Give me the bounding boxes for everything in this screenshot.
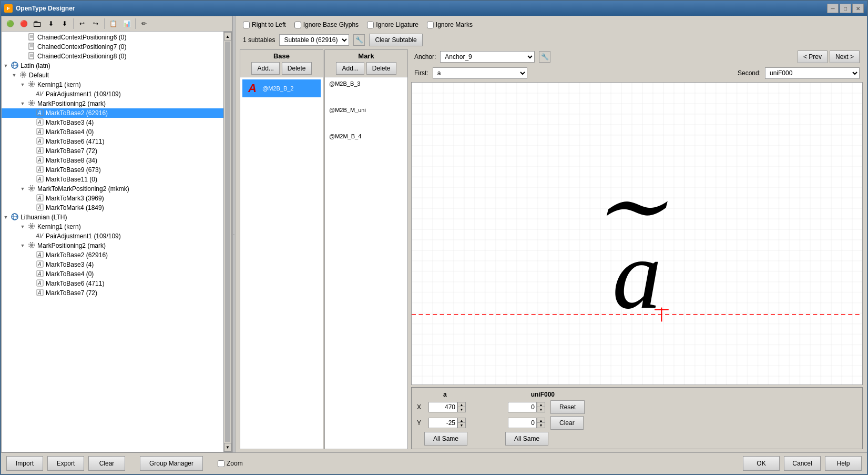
ignore-base-glyphs-input[interactable] bbox=[294, 22, 301, 28]
base-glyph-item[interactable]: A @M2B_B_2 bbox=[242, 79, 321, 97]
mark-x-spinbox[interactable]: ▲ ▼ bbox=[508, 402, 545, 412]
scroll-up-btn[interactable]: ▲ bbox=[224, 32, 231, 41]
toolbar-btn-4[interactable]: ⬇ bbox=[45, 17, 57, 30]
first-select[interactable]: a bbox=[433, 67, 527, 79]
mark-x-down[interactable]: ▼ bbox=[537, 407, 545, 412]
mark-x-up[interactable]: ▲ bbox=[537, 402, 545, 407]
tree-item[interactable]: AMarkToBase11 (0) bbox=[2, 175, 223, 184]
tree-item[interactable]: AVPairAdjustment1 (109/109) bbox=[2, 231, 223, 241]
subtable-select[interactable]: Subtable 0 (62916) bbox=[279, 34, 349, 46]
base-y-arrows[interactable]: ▲ ▼ bbox=[457, 418, 466, 428]
anchor-select[interactable]: Anchor_9 bbox=[440, 51, 535, 63]
tree-item[interactable]: AMarkToBase7 (72) bbox=[2, 288, 223, 298]
tree-item[interactable]: AMarkToBase9 (673) bbox=[2, 165, 223, 175]
tree-item[interactable]: AMarkToBase7 (72) bbox=[2, 146, 223, 156]
prev-btn[interactable]: < Prev bbox=[798, 50, 828, 63]
right-to-left-checkbox[interactable]: Right to Left bbox=[243, 21, 286, 28]
tree-item[interactable]: ChainedContextPositioning8 (0) bbox=[2, 52, 223, 61]
tree-item[interactable]: ▼Kerning1 (kern) bbox=[2, 222, 223, 231]
tree-item[interactable]: AMarkToBase6 (4711) bbox=[2, 137, 223, 146]
mark-delete-btn[interactable]: Delete bbox=[366, 62, 396, 75]
mark-x-input[interactable] bbox=[508, 402, 537, 412]
subtable-icon-btn[interactable]: 🔧 bbox=[353, 34, 365, 46]
tree-item[interactable]: AMarkToBase3 (4) bbox=[2, 260, 223, 269]
tree-expand-btn[interactable]: ▼ bbox=[18, 101, 27, 106]
second-select[interactable]: uniF000 bbox=[765, 67, 860, 79]
mark-y-arrows[interactable]: ▲ ▼ bbox=[537, 418, 545, 428]
base-y-up[interactable]: ▲ bbox=[457, 418, 466, 423]
mark-y-up[interactable]: ▲ bbox=[537, 418, 545, 423]
tree-expand-btn[interactable]: ▼ bbox=[18, 224, 27, 229]
toolbar-btn-3[interactable]: 🗀 bbox=[31, 17, 44, 30]
tree-expand-btn[interactable]: ▼ bbox=[18, 82, 27, 87]
mark-x-arrows[interactable]: ▲ ▼ bbox=[537, 402, 545, 412]
anchor-icon-btn[interactable]: 🔧 bbox=[539, 51, 550, 63]
allsame-base-btn[interactable]: All Same bbox=[424, 432, 467, 446]
close-button[interactable]: ✕ bbox=[852, 4, 864, 13]
mark-item-1[interactable]: @M2B_B_3 bbox=[327, 79, 405, 90]
ignore-base-glyphs-checkbox[interactable]: Ignore Base Glyphs bbox=[294, 21, 359, 28]
allsame-mark-btn[interactable]: All Same bbox=[505, 432, 548, 446]
tree-container[interactable]: ChainedContextPositioning6 (0)ChainedCon… bbox=[2, 32, 223, 452]
mark-y-down[interactable]: ▼ bbox=[537, 423, 545, 428]
minimize-button[interactable]: ─ bbox=[827, 4, 839, 13]
clear-btn[interactable]: Clear bbox=[550, 416, 584, 430]
base-add-btn[interactable]: Add... bbox=[251, 62, 279, 75]
glyph-canvas[interactable]: // Grid lines rendered below ∼ a bbox=[411, 82, 863, 385]
mark-y-spinbox[interactable]: ▲ ▼ bbox=[508, 418, 545, 428]
scroll-down-btn[interactable]: ▼ bbox=[224, 443, 231, 451]
tree-item[interactable]: ▼Default bbox=[2, 70, 223, 80]
tree-expand-btn[interactable]: ▼ bbox=[18, 186, 27, 191]
bottom-clear-btn[interactable]: Clear bbox=[88, 456, 125, 471]
tree-item[interactable]: ▼Latin (latn) bbox=[2, 61, 223, 70]
zoom-checkbox[interactable]: Zoom bbox=[218, 460, 243, 467]
reset-btn[interactable]: Reset bbox=[550, 400, 585, 414]
clear-subtable-btn[interactable]: Clear Subtable bbox=[369, 34, 422, 46]
tree-item[interactable]: ChainedContextPositioning6 (0) bbox=[2, 33, 223, 42]
toolbar-btn-7[interactable]: ↪ bbox=[89, 17, 102, 30]
ok-btn[interactable]: OK bbox=[743, 456, 780, 471]
tree-item[interactable]: AMarkToMark4 (1849) bbox=[2, 203, 223, 213]
tree-item[interactable]: AMarkToMark3 (3969) bbox=[2, 194, 223, 203]
ignore-marks-input[interactable] bbox=[427, 22, 434, 28]
tree-expand-btn[interactable]: ▼ bbox=[18, 243, 27, 248]
tree-item[interactable]: AMarkToBase4 (0) bbox=[2, 127, 223, 137]
mark-item-2[interactable]: @M2B_M_uni bbox=[327, 106, 405, 116]
toolbar-btn-1[interactable]: 🟢 bbox=[4, 17, 16, 30]
toolbar-btn-8[interactable]: 📋 bbox=[107, 17, 119, 30]
cancel-btn[interactable]: Cancel bbox=[784, 456, 821, 471]
scroll-thumb[interactable] bbox=[225, 42, 230, 442]
export-btn[interactable]: Export bbox=[47, 456, 84, 471]
tree-item[interactable]: ▼MarkToMarkPositioning2 (mkmk) bbox=[2, 184, 223, 194]
tree-item[interactable]: ▼Lithuanian (LTH) bbox=[2, 213, 223, 222]
base-x-spinbox[interactable]: ▲ ▼ bbox=[428, 402, 466, 412]
next-btn[interactable]: Next > bbox=[830, 50, 860, 63]
tree-expand-btn[interactable]: ▼ bbox=[10, 73, 18, 78]
group-manager-btn[interactable]: Group Manager bbox=[140, 456, 203, 471]
zoom-input[interactable] bbox=[218, 460, 224, 467]
tree-item[interactable]: AVPairAdjustment1 (109/109) bbox=[2, 89, 223, 99]
mark-add-btn[interactable]: Add... bbox=[336, 62, 364, 75]
tree-item[interactable]: ▼MarkPositioning2 (mark) bbox=[2, 241, 223, 250]
help-btn[interactable]: Help bbox=[825, 456, 862, 471]
tree-item[interactable]: AMarkToBase2 (62916) bbox=[2, 250, 223, 260]
base-x-input[interactable] bbox=[428, 402, 457, 412]
tree-item[interactable]: ▼Kerning1 (kern) bbox=[2, 80, 223, 89]
tree-item[interactable]: AMarkToBase6 (4711) bbox=[2, 279, 223, 288]
ignore-marks-checkbox[interactable]: Ignore Marks bbox=[427, 21, 473, 28]
mark-y-input[interactable] bbox=[508, 418, 537, 428]
tree-expand-btn[interactable]: ▼ bbox=[2, 63, 10, 68]
toolbar-btn-2[interactable]: 🔴 bbox=[17, 17, 30, 30]
right-to-left-input[interactable] bbox=[243, 22, 250, 28]
tree-item[interactable]: AMarkToBase4 (0) bbox=[2, 269, 223, 279]
base-y-input[interactable] bbox=[428, 418, 457, 428]
toolbar-btn-6[interactable]: ↩ bbox=[76, 17, 88, 30]
toolbar-btn-9[interactable]: 📊 bbox=[120, 17, 133, 30]
mark-item-3[interactable]: @M2M_B_4 bbox=[327, 132, 405, 143]
tree-item[interactable]: ChainedContextPositioning7 (0) bbox=[2, 42, 223, 52]
base-delete-btn[interactable]: Delete bbox=[282, 62, 312, 75]
import-btn[interactable]: Import bbox=[6, 456, 43, 471]
base-x-arrows[interactable]: ▲ ▼ bbox=[457, 402, 466, 412]
base-x-up[interactable]: ▲ bbox=[457, 402, 466, 407]
tree-item[interactable]: ▼MarkPositioning2 (mark) bbox=[2, 99, 223, 108]
